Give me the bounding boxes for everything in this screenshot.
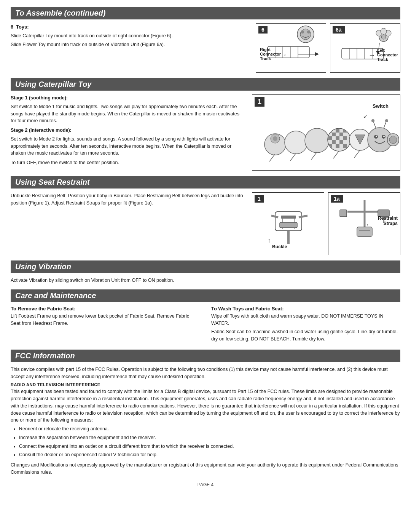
buckle-arrow: ↑ xyxy=(268,237,271,244)
svg-point-24 xyxy=(285,131,307,154)
svg-rect-29 xyxy=(328,129,332,133)
wash-title: To Wash Toys and Fabric Seat: xyxy=(211,306,400,312)
wash-text1: Wipe off Toys with soft cloth and warm s… xyxy=(211,313,400,327)
assemble-left-col: 6 Toys: Slide Caterpillar Toy mount into… xyxy=(11,23,250,73)
care-wash-col: To Wash Toys and Fabric Seat: Wipe off T… xyxy=(211,306,400,344)
seat-restraint-content: Unbuckle Restraining Belt. Position your… xyxy=(11,192,400,255)
stage2-text: Set switch to Mode 2 for lights, sounds … xyxy=(11,136,246,157)
fcc-list: Reorient or relocate the receiving anten… xyxy=(19,425,400,459)
svg-point-2 xyxy=(301,30,304,34)
svg-point-25 xyxy=(305,128,329,153)
svg-point-3 xyxy=(307,30,310,34)
fig6-row: 6 xyxy=(256,23,400,73)
svg-line-68 xyxy=(271,216,278,217)
svg-rect-40 xyxy=(336,144,339,148)
fig6-arrow: ← xyxy=(283,51,290,59)
restraint-straps-label: Restraint Straps xyxy=(378,216,398,226)
svg-point-15 xyxy=(381,35,386,39)
fig6a-left-label: Left Connector Track xyxy=(377,48,398,62)
caterpillar-right: 1 Switch ↙ xyxy=(252,94,400,171)
fcc-footer: Changes and Modifications not expressly … xyxy=(11,462,400,476)
svg-point-52 xyxy=(385,119,388,122)
care-header: Care and Maintenance xyxy=(11,289,400,302)
svg-rect-32 xyxy=(332,133,336,136)
svg-rect-72 xyxy=(357,227,372,236)
svg-rect-33 xyxy=(339,133,343,136)
step6-text2: Slide Flower Toy mount into track on out… xyxy=(11,41,250,48)
caterpillar-left: Stage 1 (soothing mode): Set switch to M… xyxy=(11,94,246,171)
assemble-right-col: 6 xyxy=(256,23,400,73)
svg-line-59 xyxy=(354,150,360,158)
svg-point-54 xyxy=(389,136,397,144)
caterpillar-svg xyxy=(252,95,401,171)
svg-line-51 xyxy=(384,121,386,128)
care-section: Care and Maintenance To Remove the Fabri… xyxy=(11,289,400,344)
fig6a-num: 6a xyxy=(333,26,345,34)
seat-fig1a: 1a Restraint xyxy=(328,192,400,255)
fcc-list-item: Consult the dealer or an experienced rad… xyxy=(19,451,400,459)
svg-rect-41 xyxy=(343,144,347,148)
seat-fig1: 1 Buckle ↑ xyxy=(252,192,324,255)
step6-label: 6 Toys: xyxy=(11,23,250,31)
svg-rect-35 xyxy=(336,136,339,140)
vibration-header: Using Vibration xyxy=(11,260,400,273)
svg-line-58 xyxy=(333,151,339,158)
vibration-section: Using Vibration Activate Vibration by sl… xyxy=(11,260,400,284)
care-remove-col: To Remove the Fabric Seat: Lift Footrest… xyxy=(11,306,200,344)
svg-rect-38 xyxy=(339,140,343,144)
svg-point-14 xyxy=(381,28,387,34)
svg-rect-76 xyxy=(340,210,347,217)
svg-line-55 xyxy=(269,154,275,161)
assemble-continued-section: To Assemble (continued) 6 Toys: Slide Ca… xyxy=(11,7,400,73)
svg-line-56 xyxy=(290,153,296,161)
svg-line-69 xyxy=(299,216,307,217)
care-content: To Remove the Fabric Seat: Lift Footrest… xyxy=(11,306,400,344)
assemble-continued-header: To Assemble (continued) xyxy=(11,7,400,19)
fig6-num: 6 xyxy=(258,26,268,34)
svg-point-48 xyxy=(383,136,385,137)
wash-text2: Fabric Seat can be machine washed in col… xyxy=(211,328,400,343)
figure-6a: 6a xyxy=(330,23,400,73)
svg-rect-63 xyxy=(281,216,296,219)
seat-restraint-left: Unbuckle Restraining Belt. Position your… xyxy=(11,192,246,255)
vibration-text: Activate Vibration by sliding switch on … xyxy=(11,277,400,284)
figure-6: 6 xyxy=(256,23,326,73)
page-number: PAGE 4 xyxy=(11,482,400,487)
seat-fig1-num: 1 xyxy=(255,195,264,203)
fcc-header: FCC Information xyxy=(11,350,400,362)
fig6a-arrow: → xyxy=(368,51,375,59)
stage2-title: Stage 2 (interactive mode): xyxy=(11,127,246,134)
stage1-title: Stage 1 (soothing mode): xyxy=(11,94,246,102)
svg-rect-36 xyxy=(343,136,347,140)
seat-restraint-section: Using Seat Restraint Unbuckle Restrainin… xyxy=(11,176,400,255)
caterpillar-section: Using Caterpillar Toy Stage 1 (soothing … xyxy=(11,78,400,171)
restraint-arrow: → xyxy=(363,221,370,228)
svg-marker-5 xyxy=(315,52,319,56)
caterpillar-figure: 1 Switch ↙ xyxy=(252,94,400,171)
svg-point-1 xyxy=(300,29,311,40)
caterpillar-header: Using Caterpillar Toy xyxy=(11,78,400,91)
remove-text: Lift Footrest Frame up and remove lower … xyxy=(11,313,200,327)
seat-restraint-right: 1 Buckle ↑ xyxy=(252,192,400,255)
remove-title: To Remove the Fabric Seat: xyxy=(11,306,200,312)
seat-restraint-text: Unbuckle Restraining Belt. Position your… xyxy=(11,192,246,207)
fig6-right-label: Right Connector Track xyxy=(260,47,281,61)
caterpillar-content: Stage 1 (soothing mode): Set switch to M… xyxy=(11,94,400,171)
svg-point-47 xyxy=(376,136,377,137)
seat-fig1a-num: 1a xyxy=(331,195,343,203)
svg-rect-66 xyxy=(280,222,297,228)
svg-line-57 xyxy=(311,152,317,160)
svg-rect-34 xyxy=(328,136,332,140)
radio-title: RADIO AND TELEVISION INTERFERENCE xyxy=(11,382,400,387)
fcc-list-item: Reorient or relocate the receiving anten… xyxy=(19,425,400,433)
fcc-section: FCC Information This device complies wit… xyxy=(11,350,400,476)
svg-point-61 xyxy=(273,136,277,141)
svg-rect-30 xyxy=(336,129,339,133)
stage1-text: Set switch to Mode 1 for music and light… xyxy=(11,103,246,125)
fcc-list-item: Connect the equipment into an outlet on … xyxy=(19,443,400,450)
radio-text: This equipment has been tested and found… xyxy=(11,388,400,424)
buckle-label: Buckle xyxy=(272,244,287,249)
svg-rect-37 xyxy=(332,140,336,144)
step6-text1: Slide Caterpillar Toy mount into track o… xyxy=(11,32,250,40)
svg-point-50 xyxy=(371,119,374,122)
